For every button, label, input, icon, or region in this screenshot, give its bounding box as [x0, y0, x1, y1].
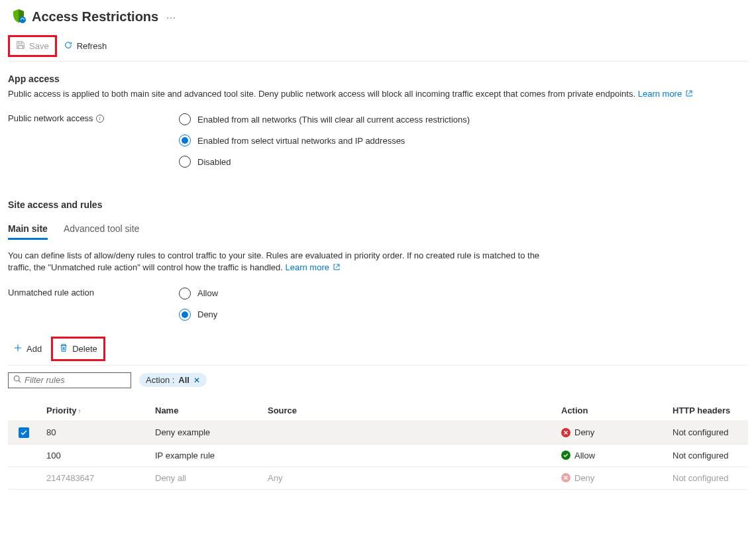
public-network-access-options: Enabled from all networks (This will cle… — [179, 113, 470, 168]
refresh-label: Refresh — [77, 41, 107, 51]
option-disabled[interactable]: Disabled — [179, 156, 470, 168]
trash-icon — [59, 343, 68, 354]
col-action[interactable]: Action — [557, 400, 669, 421]
table-row[interactable]: 100 IP example rule Allow Not configured — [8, 444, 748, 466]
cell-name: Deny all — [151, 466, 264, 489]
shield-icon — [11, 8, 27, 26]
cell-source: Any — [264, 466, 557, 489]
radio-icon — [179, 113, 191, 125]
row-checkbox[interactable] — [19, 427, 29, 438]
unmatched-rule-field: Unmatched rule action Allow Deny — [8, 288, 748, 321]
sort-asc-icon: ↑ — [78, 407, 81, 415]
external-link-icon — [332, 262, 340, 272]
cell-action: Deny — [557, 466, 669, 489]
site-access-description: You can define lists of allow/deny rules… — [8, 250, 551, 274]
col-priority[interactable]: Priority↑ — [42, 400, 151, 421]
page-header: Access Restrictions ··· — [8, 5, 748, 34]
external-link-icon — [684, 89, 692, 99]
cell-http: Not configured — [669, 421, 748, 444]
col-http[interactable]: HTTP headers — [669, 400, 748, 421]
site-access-heading: Site access and rules — [8, 199, 748, 210]
save-button[interactable]: Save — [11, 38, 54, 54]
toolbar: Save Refresh — [8, 34, 748, 62]
app-access-learn-more[interactable]: Learn more — [638, 89, 692, 99]
table-header-row: Priority↑ Name Source Action HTTP header… — [8, 400, 748, 421]
option-all-networks[interactable]: Enabled from all networks (This will cle… — [179, 113, 470, 125]
cell-http: Not configured — [669, 444, 748, 466]
option-deny[interactable]: Deny — [179, 309, 218, 321]
unmatched-rule-label: Unmatched rule action — [8, 288, 179, 297]
save-icon — [16, 40, 25, 52]
filter-pill-action[interactable]: Action : All ✕ — [139, 373, 207, 387]
public-network-access-field: Public network access i Enabled from all… — [8, 113, 748, 168]
svg-point-0 — [19, 17, 26, 23]
save-label: Save — [29, 41, 49, 51]
public-network-access-label: Public network access i — [8, 113, 179, 123]
cell-source — [264, 421, 557, 444]
radio-icon — [179, 135, 191, 146]
cell-priority: 80 — [42, 421, 151, 444]
delete-button[interactable]: Delete — [54, 339, 103, 358]
site-access-learn-more[interactable]: Learn more — [285, 262, 339, 272]
filter-input[interactable] — [25, 375, 127, 385]
deny-icon — [561, 473, 570, 482]
cell-name: IP example rule — [151, 444, 264, 466]
svg-point-1 — [14, 376, 19, 381]
highlight-delete: Delete — [51, 337, 105, 361]
cell-name: Deny example — [151, 421, 264, 444]
allow-icon — [561, 451, 570, 460]
table-row[interactable]: 2147483647 Deny all Any Deny Not configu… — [8, 466, 748, 489]
deny-icon — [561, 428, 570, 437]
radio-icon — [179, 156, 191, 168]
filter-input-wrap[interactable] — [8, 372, 131, 388]
search-icon — [13, 374, 25, 386]
unmatched-rule-options: Allow Deny — [179, 288, 218, 321]
app-access-description: Public access is applied to both main si… — [8, 88, 748, 100]
cell-action: Allow — [557, 444, 669, 466]
add-button[interactable]: Add — [8, 339, 47, 358]
radio-icon — [179, 288, 191, 299]
refresh-icon — [64, 40, 73, 52]
close-icon[interactable]: ✕ — [193, 376, 200, 385]
more-menu-icon[interactable]: ··· — [164, 12, 179, 23]
site-tabs: Main site Advanced tool site — [8, 219, 748, 241]
col-name[interactable]: Name — [151, 400, 264, 421]
radio-icon — [179, 309, 191, 321]
rule-actions: Add Delete — [8, 337, 748, 361]
cell-priority: 2147483647 — [42, 466, 151, 489]
plus-icon — [13, 343, 23, 354]
highlight-save: Save — [8, 35, 57, 57]
table-row[interactable]: 80 Deny example Deny Not configured — [8, 421, 748, 444]
cell-priority: 100 — [42, 444, 151, 466]
cell-source — [264, 444, 557, 466]
info-icon[interactable]: i — [96, 115, 104, 123]
cell-action: Deny — [557, 421, 669, 444]
app-access-heading: App access — [8, 74, 748, 84]
filter-row: Action : All ✕ — [8, 372, 748, 388]
refresh-button[interactable]: Refresh — [58, 38, 113, 54]
col-source[interactable]: Source — [264, 400, 557, 421]
rules-table: Priority↑ Name Source Action HTTP header… — [8, 400, 748, 490]
option-select-networks[interactable]: Enabled from select virtual networks and… — [179, 135, 470, 146]
tab-main-site[interactable]: Main site — [8, 219, 48, 240]
page-title: Access Restrictions — [32, 9, 158, 25]
cell-http: Not configured — [669, 466, 748, 489]
tab-advanced-tool-site[interactable]: Advanced tool site — [64, 219, 139, 240]
option-allow[interactable]: Allow — [179, 288, 218, 299]
divider — [8, 365, 748, 366]
